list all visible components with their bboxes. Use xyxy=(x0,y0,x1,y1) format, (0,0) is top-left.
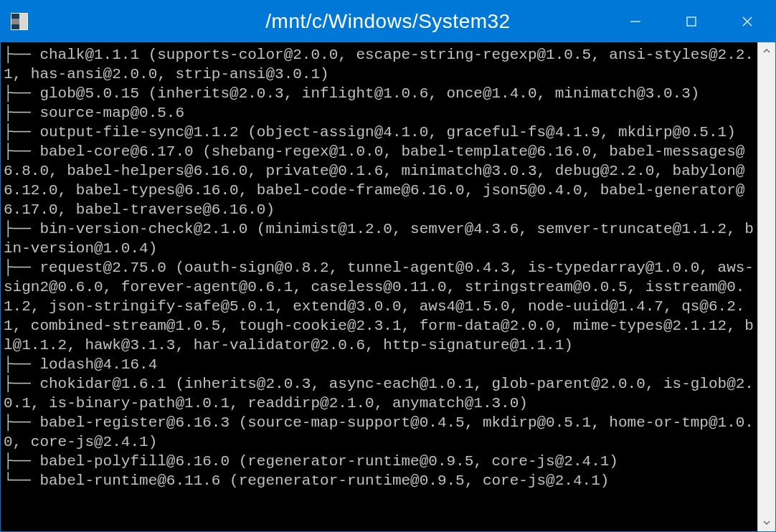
client-area: ├── chalk@1.1.1 (supports-color@2.0.0, e… xyxy=(1,42,775,531)
scroll-down-button[interactable] xyxy=(758,514,775,531)
svg-rect-1 xyxy=(687,17,696,26)
close-button[interactable] xyxy=(719,1,775,42)
scrollbar-track[interactable] xyxy=(758,60,775,514)
titlebar[interactable]: /mnt/c/Windows/System32 xyxy=(1,1,775,42)
minimize-button[interactable] xyxy=(607,1,663,42)
window-controls xyxy=(607,1,775,42)
vertical-scrollbar[interactable] xyxy=(757,42,775,531)
terminal-output[interactable]: ├── chalk@1.1.1 (supports-color@2.0.0, e… xyxy=(1,42,757,531)
scroll-up-button[interactable] xyxy=(758,42,775,60)
terminal-icon xyxy=(11,13,28,30)
console-window: /mnt/c/Windows/System32 ├── chalk@1.1.1 … xyxy=(0,0,776,532)
maximize-button[interactable] xyxy=(663,1,719,42)
